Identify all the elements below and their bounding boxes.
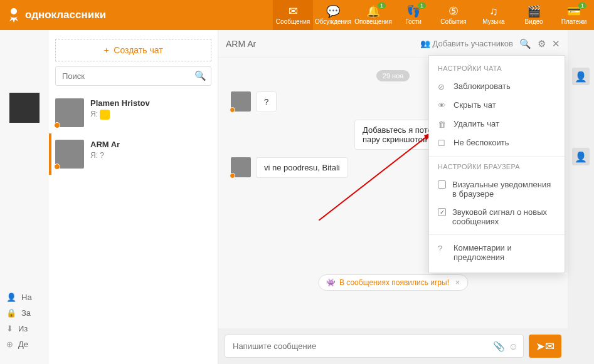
header: одноклассники ✉Сообщения💬Обсуждения🔔Опов… (0, 0, 594, 30)
badge: 1 (418, 3, 426, 9)
settings-item[interactable]: ⊘Заблокировать (429, 77, 565, 96)
settings-item-icon: 🗑 (438, 120, 447, 129)
settings-toggle[interactable]: Визуальные уведомления в браузере (429, 175, 565, 203)
send-button[interactable]: ➤✉ (529, 335, 561, 358)
chat-list-panel: + Создать чат 🔍 Plamen HristovЯ: ARM ArЯ… (49, 30, 218, 364)
message-preview: Я: ? (90, 151, 120, 160)
checkbox-icon: ✓ (438, 208, 446, 216)
help-icon: ? (438, 244, 447, 253)
close-icon[interactable]: ✕ (552, 38, 560, 49)
nav-icon: ⑤ (448, 6, 459, 17)
avatar (55, 140, 84, 169)
profile-avatar[interactable] (9, 93, 40, 123)
message-bubble: vi ne poodresu, Bitali (256, 157, 348, 178)
feedback-link[interactable]: ? Комментарии и предложения (429, 239, 565, 266)
nav-Гости[interactable]: 👣Гости1 (393, 0, 433, 30)
games-text: В сообщениях появились игры! (339, 278, 449, 287)
settings-toggle[interactable]: ✓Звуковой сигнал о новых сообщениях (429, 203, 565, 231)
friend-slot[interactable]: 👤 (572, 68, 590, 85)
friends-rail: 👤 👤 (568, 30, 594, 364)
left-menu-item[interactable]: 🔒За (6, 308, 32, 318)
settings-item-icon: 👁 (438, 101, 447, 110)
search-input[interactable] (55, 66, 211, 86)
settings-section-header: НАСТРОЙКИ БРАУЗЕРА (429, 160, 565, 175)
composer: 📎 ☺ ➤✉ (218, 328, 568, 364)
settings-section-header: НАСТРОЙКИ ЧАТА (429, 62, 565, 77)
settings-item[interactable]: 🗑Удалить чат (429, 115, 565, 133)
game-icon: 👾 (326, 278, 336, 287)
chat-title: ARM Ar (226, 39, 256, 49)
search-icon[interactable]: 🔍 (194, 70, 206, 81)
svg-point-0 (11, 8, 17, 14)
badge: 1 (578, 3, 586, 9)
left-menu-item[interactable]: 👤На (6, 293, 32, 302)
message-input[interactable] (230, 335, 489, 357)
message-preview: Я: (90, 110, 150, 120)
contact-name: Plamen Hristov (90, 98, 150, 108)
settings-item-icon: ⊘ (438, 82, 447, 91)
message-bubble: ? (256, 91, 277, 112)
avatar (55, 98, 84, 127)
create-chat-button[interactable]: + Создать чат (55, 39, 211, 61)
ok-logo-icon (8, 8, 20, 23)
nav-Видео[interactable]: 🎬Видео (514, 0, 554, 30)
nav-icon: ✉ (289, 6, 298, 17)
badge: 1 (378, 3, 386, 9)
contact-name: ARM Ar (90, 140, 120, 149)
nav-icon: ♫ (489, 6, 498, 17)
friend-slot[interactable]: 👤 (572, 148, 590, 165)
nav-Сообщения[interactable]: ✉Сообщения (273, 0, 313, 30)
conversation-item[interactable]: ARM ArЯ: ? (49, 133, 218, 175)
conversation-item[interactable]: Plamen HristovЯ: (49, 92, 218, 133)
plus-icon: + (103, 45, 114, 55)
emoji-icon (100, 110, 110, 120)
nav-События[interactable]: ⑤События (433, 0, 474, 30)
nav-Платежи[interactable]: 💳Платежи1 (554, 0, 594, 30)
add-members-button[interactable]: 👥 Добавить участников (420, 39, 513, 48)
settings-item[interactable]: ☐Не беспокоить (429, 133, 565, 152)
create-chat-label: Создать чат (114, 45, 162, 55)
date-separator: 29 ноя (376, 70, 410, 81)
games-notification[interactable]: 👾 В сообщениях появились игры! × (318, 274, 468, 291)
attach-icon[interactable]: 📎 (493, 341, 505, 352)
nav-icon: 🎬 (527, 6, 541, 17)
left-menu-item[interactable]: ⊕Де (6, 340, 32, 349)
avatar (231, 157, 251, 177)
settings-item[interactable]: 👁Скрыть чат (429, 96, 565, 115)
settings-item-icon: ☐ (438, 138, 447, 148)
nav-Обсуждения[interactable]: 💬Обсуждения (313, 0, 353, 30)
nav-Оповещения[interactable]: 🔔Оповещения1 (353, 0, 393, 30)
chat-search-icon[interactable]: 🔍 (519, 38, 531, 49)
dismiss-games-icon[interactable]: × (455, 278, 460, 287)
chat-settings-dropdown: НАСТРОЙКИ ЧАТА ⊘Заблокировать👁Скрыть чат… (428, 55, 565, 273)
left-menu-item[interactable]: ⬇Из (6, 324, 32, 333)
left-rail: 👤На🔒За⬇Из⊕Де (0, 30, 49, 364)
logo[interactable]: одноклассники (0, 8, 114, 23)
nav-Музыка[interactable]: ♫Музыка (474, 0, 514, 30)
top-nav: ✉Сообщения💬Обсуждения🔔Оповещения1👣Гости1… (273, 0, 594, 30)
brand-text: одноклассники (25, 9, 106, 21)
settings-gear-icon[interactable]: ⚙ (538, 38, 546, 49)
nav-icon: 💬 (326, 6, 340, 17)
checkbox-icon (438, 180, 446, 189)
avatar (231, 91, 251, 112)
chat-header: ARM Ar 👥 Добавить участников 🔍 ⚙ ✕ (218, 30, 568, 58)
emoji-icon[interactable]: ☺ (509, 341, 518, 351)
